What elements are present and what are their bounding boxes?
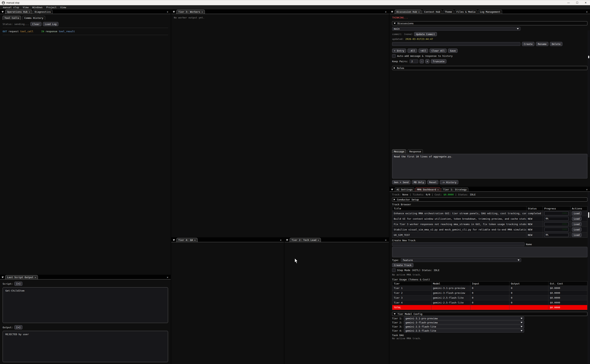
load-button[interactable]: Load	[572, 233, 581, 237]
track-row[interactable]: UX_SIM_TEST NEW 0% Load	[392, 232, 587, 238]
tab-close-icon[interactable]: ✕	[29, 11, 30, 13]
keep-pairs-input[interactable]: 2	[410, 59, 418, 63]
discussions-header[interactable]: Discussions	[392, 21, 587, 25]
load-button[interactable]: Load	[572, 211, 581, 215]
tab-close-icon[interactable]: ✕	[194, 239, 195, 241]
clear-button[interactable]: Clear	[30, 22, 41, 26]
tab-close-icon[interactable]: ✕	[418, 11, 420, 13]
reset-button[interactable]: Reset	[427, 180, 438, 184]
save-button[interactable]: Save	[448, 49, 457, 53]
tab-tier1-strategy[interactable]: Tier 1: Strategy	[441, 187, 468, 191]
panel-close-button[interactable]: ✕	[384, 239, 388, 242]
output-text-box[interactable]: REJECTED by user	[3, 331, 168, 362]
scrollbar-thumb[interactable]	[588, 212, 589, 218]
tab-list-button[interactable]	[285, 238, 289, 242]
script-expand-button[interactable]: [+]	[14, 282, 22, 286]
track-row[interactable]: Build UI for context window utilization,…	[392, 216, 587, 221]
track-row[interactable]: Enhance existing MMA orchestration GUI: …	[392, 210, 587, 216]
autoadd-checkbox[interactable]	[392, 54, 396, 58]
track-description-textarea[interactable]	[392, 247, 587, 257]
close-button[interactable]: ✕	[581, 0, 590, 5]
tab-diagnostics[interactable]: Diagnostics	[33, 10, 53, 14]
discussion-scrollbar[interactable]	[588, 30, 590, 157]
branch-select[interactable]: main	[392, 27, 520, 31]
minimize-button[interactable]: —	[564, 0, 573, 5]
tier4-model-select[interactable]: gemini-2.5-flash-lite	[404, 329, 524, 332]
track-row[interactable]: Fix Tier 3 worker responses not reaching…	[392, 221, 587, 227]
create-track-button[interactable]: Create Track	[392, 263, 413, 267]
tier1-model-select[interactable]: gemini-3.1-pro-preview	[404, 317, 524, 320]
tier-model-config-header[interactable]: Tier Model Config	[392, 312, 587, 316]
tab-context-hub[interactable]: Context Hub	[422, 10, 442, 14]
tab-theme[interactable]: Theme	[443, 10, 454, 14]
tab-tier3-workers[interactable]: Tier 3: Workers ✕	[176, 10, 205, 14]
subtab-comms-history[interactable]: Comms History	[22, 16, 45, 20]
panel-close-button[interactable]: ✕	[166, 10, 170, 14]
delete-button[interactable]: Delete	[550, 42, 562, 46]
menu-item-project[interactable]: Project	[44, 6, 58, 9]
tab-list-button[interactable]	[172, 238, 176, 242]
tab-tier2-tech-lead[interactable]: Tier 2: Tech Lead ✕	[290, 238, 321, 242]
tab-close-icon[interactable]: ✕	[318, 239, 319, 241]
tier3-model-select[interactable]: gemini-2.5-flash-lite	[404, 325, 524, 328]
tab-close-icon[interactable]: ✕	[437, 188, 439, 191]
create-button[interactable]: Create	[522, 42, 534, 46]
load-log-button[interactable]: Load Log	[43, 22, 58, 26]
keep-pairs-minus-button[interactable]: -	[420, 59, 424, 63]
menu-item-view[interactable]: View	[21, 6, 30, 9]
discussion-name-input[interactable]	[392, 42, 520, 46]
panel-close-button[interactable]: ✕	[585, 10, 589, 14]
panel-close-button[interactable]: ✕	[279, 239, 283, 242]
add-entry-button[interactable]: + Entry	[392, 49, 406, 53]
plus-all-button[interactable]: +All	[419, 49, 428, 53]
track-type-select[interactable]: feature	[401, 258, 521, 262]
script-text-box[interactable]: Get-ChildItem	[3, 287, 168, 323]
tab-close-icon[interactable]: ✕	[201, 11, 203, 13]
track-name-input[interactable]	[392, 242, 524, 246]
tab-close-icon[interactable]: ✕	[35, 276, 36, 279]
menu-item-windows[interactable]: Windows	[30, 6, 44, 9]
tab-list-button[interactable]	[172, 10, 176, 13]
load-button[interactable]: Load	[572, 217, 581, 221]
step-mode-checkbox[interactable]	[392, 268, 396, 272]
gen-send-button[interactable]: Gen + Send	[392, 180, 410, 184]
maximize-button[interactable]: ☐	[573, 0, 581, 5]
panel-close-button[interactable]: ✕	[384, 10, 388, 14]
panel-close-button[interactable]: ✕	[166, 276, 170, 279]
tab-mma-dashboard[interactable]: MMA Dashboard ✕	[415, 187, 441, 191]
tab-files-media[interactable]: Files & Media	[455, 10, 477, 14]
load-button[interactable]: Load	[572, 222, 581, 226]
message-textarea[interactable]: Read the first 10 lines of aggregate.py.	[392, 154, 587, 178]
tab-list-button[interactable]	[390, 10, 394, 13]
md-only-button[interactable]: MD Only	[412, 180, 426, 184]
subtab-message[interactable]: Message	[392, 150, 406, 153]
roles-header[interactable]: Roles	[392, 66, 587, 70]
update-commit-button[interactable]: Update Commit	[414, 32, 437, 36]
tab-list-button[interactable]	[390, 188, 394, 191]
menu-item-view-2[interactable]: View	[58, 6, 68, 9]
rename-button[interactable]: Rename	[536, 42, 548, 46]
tab-tier4-qa[interactable]: Tier 4: QA ✕	[176, 238, 198, 242]
clear-all-button[interactable]: Clear All	[429, 49, 446, 53]
menu-item-manual-slop[interactable]: manual slop	[1, 6, 21, 9]
panel-close-button[interactable]: ✕	[585, 188, 589, 191]
tab-list-button[interactable]	[1, 10, 5, 13]
tab-ai-settings[interactable]: AI Settings	[395, 187, 415, 191]
truncate-button[interactable]: Truncate	[431, 59, 446, 63]
to-history-button[interactable]: -> History	[440, 180, 458, 184]
tab-last-script-output[interactable]: Last Script Output ✕	[5, 275, 38, 279]
keep-pairs-plus-button[interactable]: +	[425, 59, 429, 63]
tab-log-management[interactable]: Log Management	[478, 10, 502, 14]
load-button[interactable]: Load	[572, 228, 581, 232]
tab-list-button[interactable]	[1, 275, 5, 279]
scrollbar-thumb[interactable]	[588, 56, 589, 58]
subtab-response[interactable]: Response	[408, 150, 423, 153]
minus-all-button[interactable]: -All	[408, 49, 417, 53]
tab-operations-hub[interactable]: Operations Hub ✕	[5, 10, 32, 14]
track-row[interactable]: Stabilize visual_sim_mma_v2.py and mock_…	[392, 227, 587, 232]
tab-discussion-hub[interactable]: Discussion Hub ✕	[395, 10, 422, 14]
tier2-model-select[interactable]: gemini-3-flash-preview	[404, 321, 524, 324]
subtab-tool-calls[interactable]: Tool Calls	[3, 16, 21, 20]
conductor-setup-header[interactable]: Conductor Setup	[392, 197, 587, 202]
output-expand-button[interactable]: [+]	[14, 325, 22, 329]
